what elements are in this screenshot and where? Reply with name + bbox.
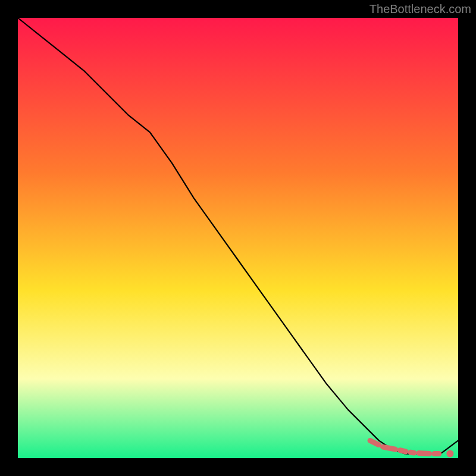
marker-dash [411, 452, 414, 453]
chart-svg [0, 0, 476, 476]
marker-dash [383, 447, 396, 449]
watermark-text: TheBottleneck.com [369, 2, 471, 16]
chart-frame: TheBottleneck.com [0, 0, 476, 476]
marker-end-dot [446, 450, 453, 458]
plot-background [18, 18, 458, 458]
marker-dash [400, 450, 406, 452]
marker-dash [419, 453, 430, 454]
